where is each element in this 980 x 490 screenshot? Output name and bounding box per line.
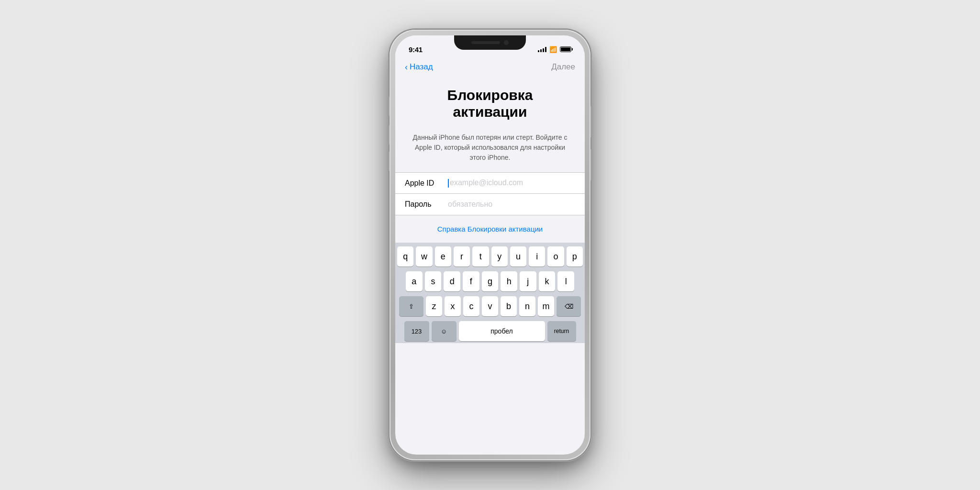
next-button[interactable]: Далее [551, 62, 575, 72]
backspace-key[interactable]: ⌫ [557, 296, 581, 316]
screen-content: Блокировка активации Данный iPhone был п… [395, 78, 585, 455]
key-c[interactable]: c [463, 296, 479, 316]
key-f[interactable]: f [463, 271, 479, 291]
apple-id-placeholder: example@icloud.com [450, 178, 523, 187]
key-v[interactable]: v [482, 296, 498, 316]
screen-title: Блокировка активации [410, 87, 570, 120]
chevron-left-icon: ‹ [405, 63, 408, 71]
signal-icon [538, 46, 546, 52]
wifi-icon: 📶 [549, 46, 557, 53]
nav-bar: ‹ Назад Далее [395, 56, 585, 78]
key-y[interactable]: y [491, 246, 508, 267]
emoji-key[interactable]: ☺ [432, 321, 457, 341]
key-b[interactable]: b [501, 296, 517, 316]
password-input[interactable]: обязательно [448, 200, 575, 209]
key-k[interactable]: k [539, 271, 556, 291]
key-p[interactable]: p [567, 246, 583, 267]
return-key[interactable]: return [547, 321, 576, 341]
key-g[interactable]: g [482, 271, 499, 291]
title-section: Блокировка активации [395, 78, 585, 128]
back-label: Назад [410, 62, 433, 72]
status-time: 9:41 [409, 45, 423, 54]
keyboard: q w e r t y u i o p a s [395, 243, 585, 343]
phone-body: 9:41 📶 [390, 30, 590, 460]
password-row[interactable]: Пароль обязательно [395, 194, 585, 215]
shift-key[interactable]: ⇧ [399, 296, 423, 316]
description-text: Данный iPhone был потерян или стерт. Вой… [395, 128, 585, 172]
key-i[interactable]: i [529, 246, 545, 267]
key-j[interactable]: j [520, 271, 536, 291]
key-w[interactable]: w [416, 246, 432, 267]
login-form: Apple ID example@icloud.com Пароль обяза… [395, 172, 585, 215]
back-button[interactable]: ‹ Назад [405, 62, 433, 72]
key-z[interactable]: z [426, 296, 442, 316]
key-q[interactable]: q [397, 246, 413, 267]
speaker [471, 41, 500, 44]
status-icons: 📶 [538, 46, 571, 53]
phone-device: 9:41 📶 [390, 30, 590, 460]
key-t[interactable]: t [472, 246, 489, 267]
key-a[interactable]: a [406, 271, 423, 291]
key-l[interactable]: l [557, 271, 574, 291]
key-h[interactable]: h [501, 271, 517, 291]
key-e[interactable]: e [435, 246, 451, 267]
apple-id-row[interactable]: Apple ID example@icloud.com [395, 173, 585, 194]
battery-icon [560, 46, 571, 52]
key-m[interactable]: m [538, 296, 554, 316]
key-u[interactable]: u [510, 246, 526, 267]
keyboard-row-2: a s d f g h j k l [397, 271, 583, 291]
password-label: Пароль [405, 200, 448, 209]
help-link[interactable]: Справка Блокировки активации [395, 215, 585, 243]
numbers-key[interactable]: 123 [404, 321, 429, 341]
key-x[interactable]: x [445, 296, 461, 316]
apple-id-label: Apple ID [405, 179, 448, 188]
key-o[interactable]: o [547, 246, 564, 267]
key-s[interactable]: s [425, 271, 442, 291]
camera [504, 40, 509, 45]
notch [454, 35, 526, 50]
phone-screen: 9:41 📶 [395, 35, 585, 455]
cursor [448, 179, 449, 188]
key-d[interactable]: d [444, 271, 460, 291]
key-r[interactable]: r [454, 246, 470, 267]
space-key[interactable]: пробел [459, 321, 545, 341]
keyboard-row-3: ⇧ z x c v b n m ⌫ [397, 296, 583, 316]
keyboard-row-1: q w e r t y u i o p [397, 246, 583, 267]
apple-id-input[interactable]: example@icloud.com [448, 178, 575, 188]
keyboard-row-4: 123 ☺ пробел return [397, 321, 583, 341]
key-n[interactable]: n [519, 296, 535, 316]
